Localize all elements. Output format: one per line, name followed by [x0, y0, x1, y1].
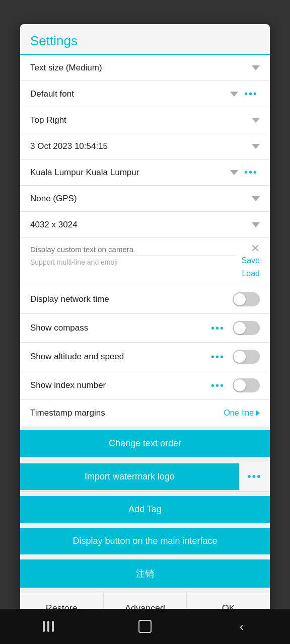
- cancel-button[interactable]: 注销: [20, 559, 270, 588]
- import-watermark-button[interactable]: Import watermark logo: [20, 463, 239, 490]
- dialog-header: Settings: [20, 24, 270, 55]
- change-text-order-button[interactable]: Change text order: [20, 430, 270, 457]
- altitude-row: Show altitude and speed •••: [20, 343, 270, 371]
- gps-label: None (GPS): [30, 194, 248, 204]
- gps-row[interactable]: None (GPS): [20, 186, 270, 212]
- index-toggle[interactable]: [233, 378, 260, 392]
- altitude-label: Show altitude and speed: [30, 352, 209, 362]
- nav-bar: ‹: [0, 609, 290, 644]
- settings-dialog: Settings Text size (Medium) Default font…: [20, 24, 270, 624]
- compass-dots[interactable]: •••: [209, 323, 227, 334]
- load-button[interactable]: Load: [242, 267, 260, 280]
- network-time-row: Display network time: [20, 285, 270, 314]
- default-font-row[interactable]: Default font •••: [20, 81, 270, 107]
- location-dots[interactable]: •••: [242, 167, 260, 178]
- altitude-toggle[interactable]: [233, 350, 260, 364]
- text-size-arrow: [252, 65, 260, 70]
- altitude-dots[interactable]: •••: [209, 351, 227, 363]
- display-button-main[interactable]: Display button on the main interface: [20, 528, 270, 554]
- index-row: Show index number •••: [20, 371, 270, 400]
- text-size-label: Text size (Medium): [30, 63, 248, 73]
- custom-text-input[interactable]: [30, 243, 236, 256]
- location-label: Kuala Lumpur Kuala Lumpur: [30, 168, 226, 178]
- network-time-toggle[interactable]: [233, 292, 260, 306]
- location-row[interactable]: Kuala Lumpur Kuala Lumpur •••: [20, 159, 270, 186]
- nav-recent-apps[interactable]: [36, 616, 61, 636]
- datetime-arrow: [252, 144, 260, 149]
- compass-label: Show compass: [30, 323, 209, 333]
- add-tag-button[interactable]: Add Tag: [20, 496, 270, 523]
- gap3: [20, 492, 270, 496]
- default-font-arrow: [230, 92, 238, 97]
- datetime-row[interactable]: 3 Oct 2023 10:54:15: [20, 133, 270, 159]
- back-icon: ‹: [240, 619, 244, 634]
- custom-text-area: Support multi-line and emoji ✕ Save Load: [20, 238, 270, 285]
- timestamp-chevron-icon: [256, 410, 260, 416]
- index-label: Show index number: [30, 380, 209, 390]
- position-label: Top Right: [30, 115, 248, 125]
- import-watermark-row: Import watermark logo •••: [20, 462, 270, 492]
- gap1: [20, 426, 270, 430]
- gap4: [20, 524, 270, 528]
- recent-apps-icon: [43, 621, 54, 632]
- nav-back[interactable]: ‹: [229, 616, 254, 636]
- compass-row: Show compass •••: [20, 314, 270, 343]
- gps-arrow: [252, 196, 260, 201]
- datetime-label: 3 Oct 2023 10:54:15: [30, 141, 248, 151]
- home-icon: [138, 620, 152, 633]
- text-size-row[interactable]: Text size (Medium): [20, 55, 270, 81]
- position-row[interactable]: Top Right: [20, 107, 270, 133]
- compass-toggle[interactable]: [233, 321, 260, 335]
- position-arrow: [252, 118, 260, 123]
- default-font-dots[interactable]: •••: [242, 88, 260, 100]
- gap2: [20, 458, 270, 462]
- nav-home[interactable]: [132, 616, 158, 636]
- dialog-body: Text size (Medium) Default font ••• Top …: [20, 55, 270, 624]
- gap5: [20, 555, 270, 559]
- index-dots[interactable]: •••: [209, 380, 227, 391]
- close-custom-text-icon[interactable]: ✕: [251, 243, 260, 254]
- import-watermark-dots[interactable]: •••: [239, 462, 270, 491]
- resolution-arrow: [252, 222, 260, 227]
- save-button[interactable]: Save: [242, 254, 260, 267]
- network-time-label: Display network time: [30, 294, 233, 304]
- resolution-row[interactable]: 4032 x 3024: [20, 212, 270, 238]
- dialog-title: Settings: [30, 33, 78, 48]
- timestamp-row[interactable]: Timestamp margins One line: [20, 400, 270, 426]
- custom-text-hint: Support multi-line and emoji: [30, 258, 236, 266]
- gap6: [20, 589, 270, 593]
- timestamp-label: Timestamp margins: [30, 408, 224, 418]
- timestamp-value: One line: [224, 409, 260, 418]
- resolution-label: 4032 x 3024: [30, 220, 248, 230]
- location-arrow: [230, 170, 238, 175]
- default-font-label: Default font: [30, 89, 226, 99]
